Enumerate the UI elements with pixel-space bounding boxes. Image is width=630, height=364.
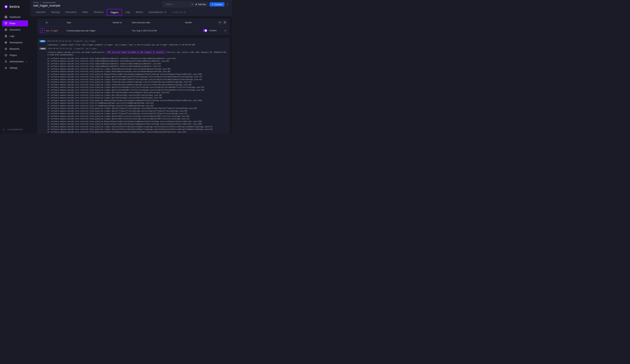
sidebar-item-label: Plugins <box>10 54 17 56</box>
tab-logs[interactable]: Logs <box>123 8 132 16</box>
svg-rect-10 <box>6 43 6 43</box>
sidebar-item-label: Executions <box>10 28 20 31</box>
sidebar-item-settings[interactable]: Settings <box>2 65 28 71</box>
pencil-icon <box>195 3 197 5</box>
log-level-trace: TRACE <box>40 47 46 50</box>
sidebar-item-label: Flows <box>10 22 16 25</box>
svg-point-6 <box>6 24 6 24</box>
sidebar-item-namespaces[interactable]: Namespaces <box>2 39 28 45</box>
execute-button[interactable]: Execute <box>210 2 224 6</box>
sidebar-item-blueprints[interactable]: Blueprints <box>2 46 28 52</box>
svg-point-5 <box>6 22 7 23</box>
sidebar-item-label: Dashboard <box>10 16 20 18</box>
svg-point-11 <box>6 61 6 61</box>
expand-row-button[interactable] <box>40 28 44 33</box>
sidebar-item-dashboard[interactable]: Dashboard <box>2 14 28 20</box>
breadcrumb: Flows / company.team <box>34 1 60 4</box>
dashboard-icon <box>4 15 7 18</box>
log-timestamp: 2024-08-06 10:12:24.224 <box>47 40 71 43</box>
tab-revisions[interactable]: Revisions <box>91 8 106 16</box>
collapse-sidebar-button[interactable] <box>2 128 6 131</box>
svg-rect-8 <box>5 42 6 43</box>
log-body: software.amazon.awssdk.services.sqs.mode… <box>48 51 227 56</box>
tab-topology[interactable]: Topology <box>48 8 62 16</box>
log-line-trace: TRACE 2024-08-06 10:12:24.212 triggerId:… <box>40 47 227 50</box>
tab-overview[interactable]: Overview <box>34 8 48 16</box>
error-highlight: The security token included in the reque… <box>106 51 166 54</box>
enabled-label: Enabled <box>210 29 216 32</box>
logs-icon <box>4 35 7 37</box>
sidebar-item-flows[interactable]: Flows <box>2 20 28 26</box>
logs-panel: INFO 2024-08-06 10:12:24.224 triggerId: … <box>37 38 230 134</box>
log-timestamp: 2024-08-06 10:12:24.212 <box>48 47 72 50</box>
log-body: [namespace: company.team] [flow: bad_tri… <box>48 43 195 46</box>
kestra-logo-icon <box>4 4 8 9</box>
tab-editor[interactable]: Editor <box>80 8 91 16</box>
gear-icon <box>4 66 7 69</box>
flows-icon <box>4 22 7 25</box>
sidebar-item-logs[interactable]: Logs <box>2 33 28 39</box>
sidebar-item-label: Administration <box>10 60 24 63</box>
svg-rect-2 <box>5 17 6 18</box>
table-header: Id Type Worker Id Next execution date Ba… <box>37 19 230 26</box>
tab-dependencies[interactable]: Dependencies0 <box>146 8 169 16</box>
sidebar-item-administration[interactable]: Administration› <box>2 58 28 65</box>
search-box[interactable]: ⌘Ctrl/Cmd + K <box>163 1 192 7</box>
plugins-icon <box>4 54 7 57</box>
sidebar-item-label: Blueprints <box>10 47 20 50</box>
row-menu-button[interactable] <box>224 29 227 32</box>
sidebar-item-plugins[interactable]: Plugins <box>2 52 28 58</box>
svg-rect-0 <box>5 16 6 17</box>
log-trigger-id: triggerId: sqs_trigger <box>74 47 97 50</box>
breadcrumb-namespace[interactable]: company.team <box>42 1 56 4</box>
executions-icon <box>4 28 7 31</box>
help-button[interactable]: ? <box>226 3 229 6</box>
blueprints-icon <box>4 47 7 50</box>
sidebar-item-label: Settings <box>10 67 18 69</box>
tab-executions[interactable]: Executions <box>63 8 79 16</box>
sidebar-item-label: Namespaces <box>10 41 22 44</box>
sidebar-item-executions[interactable]: Executions <box>2 27 28 33</box>
log-level-info: INFO <box>40 40 46 42</box>
namespaces-icon <box>4 41 7 44</box>
log-stacktrace: at software.amazon.awssdk.core.internal.… <box>48 57 213 134</box>
refresh-button[interactable] <box>223 20 227 24</box>
svg-point-12 <box>6 67 6 68</box>
trigger-next-exec: Tue, Aug 6, 2024 10:13 AM <box>132 29 175 32</box>
logo[interactable]: kestra <box>0 2 30 11</box>
version-label: 0.18.0-SNAPSHOT <box>8 129 23 130</box>
svg-rect-3 <box>6 17 7 18</box>
bolt-icon <box>212 3 214 5</box>
trigger-row: sqs_trigger io.kestra.plugin.aws.sqs.Tri… <box>37 26 230 35</box>
lock-icon: 🔒 <box>184 11 186 13</box>
svg-rect-9 <box>6 42 7 43</box>
sidebar-item-label: Logs <box>10 35 14 37</box>
col-backfill: Backfill <box>175 21 203 24</box>
tab-triggers[interactable]: Triggers <box>107 9 122 16</box>
trigger-id: sqs_trigger <box>46 29 58 32</box>
page-title: bad_trigger_example <box>34 4 60 7</box>
search-input[interactable] <box>166 3 190 5</box>
breadcrumb-flows[interactable]: Flows <box>34 1 39 4</box>
tab-audit-logs[interactable]: Audit Logs🔒 <box>170 8 189 16</box>
tab-metrics[interactable]: Metrics <box>133 8 146 16</box>
col-id: Id <box>46 21 66 24</box>
enabled-toggle[interactable]: ✓ <box>203 29 207 32</box>
col-next: Next execution date <box>132 21 175 24</box>
log-trigger-id: triggerId: sqs_trigger <box>73 40 96 43</box>
logo-text: kestra <box>10 4 20 9</box>
svg-point-4 <box>5 22 6 23</box>
log-line-info: INFO 2024-08-06 10:12:24.224 triggerId: … <box>40 40 227 43</box>
admin-icon <box>4 60 7 63</box>
edit-flow-button[interactable]: Edit flow <box>193 2 208 7</box>
dependencies-badge: 0 <box>164 11 167 13</box>
trigger-type: io.kestra.plugin.aws.sqs.Trigger <box>66 29 113 32</box>
backfill-action-button[interactable] <box>218 20 222 24</box>
svg-rect-1 <box>6 16 7 17</box>
col-worker: Worker Id <box>113 21 132 24</box>
col-type: Type <box>66 21 113 24</box>
chevron-right-icon: › <box>26 60 27 63</box>
